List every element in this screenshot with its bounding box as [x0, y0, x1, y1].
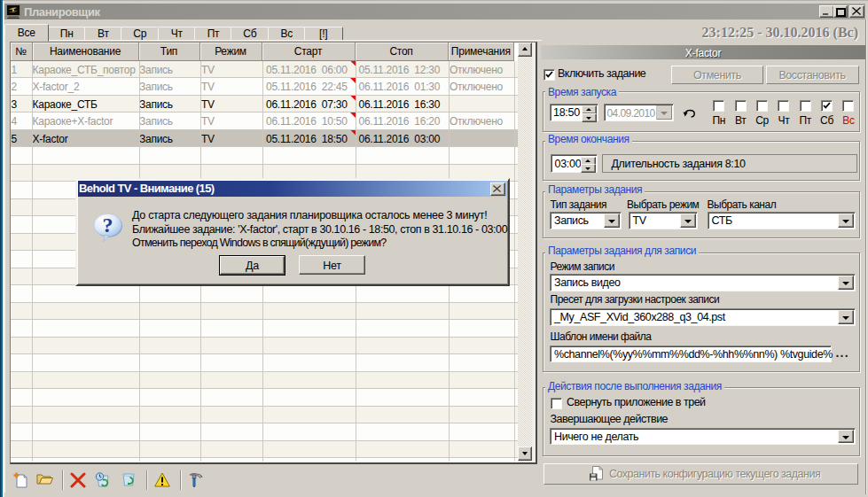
svg-text:?: ?: [102, 214, 113, 237]
